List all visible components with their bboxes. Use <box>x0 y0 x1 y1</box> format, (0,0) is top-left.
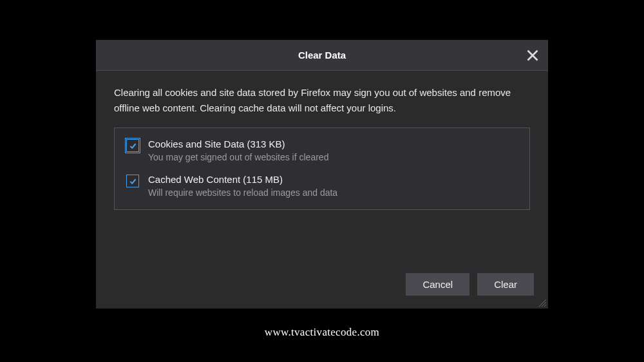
options-group: Cookies and Site Data (313 KB) You may g… <box>114 128 530 210</box>
option-cache-label: Cached Web Content (115 MB) <box>148 174 337 185</box>
dialog-footer: Cancel Clear <box>96 260 548 309</box>
option-cookies: Cookies and Site Data (313 KB) You may g… <box>126 138 518 162</box>
option-cache-text: Cached Web Content (115 MB) Will require… <box>148 174 337 198</box>
option-cache-desc: Will require websites to reload images a… <box>148 187 337 198</box>
option-cookies-text: Cookies and Site Data (313 KB) You may g… <box>148 138 328 162</box>
watermark-text: www.tvactivatecode.com <box>265 326 379 339</box>
dialog-description: Clearing all cookies and site data store… <box>114 85 530 116</box>
option-cookies-label: Cookies and Site Data (313 KB) <box>148 138 328 149</box>
clear-data-dialog: Clear Data Clearing all cookies and site… <box>96 40 548 309</box>
dialog-titlebar: Clear Data <box>96 40 548 71</box>
option-cache: Cached Web Content (115 MB) Will require… <box>126 174 518 198</box>
checkbox-cookies[interactable] <box>126 139 139 152</box>
clear-button[interactable]: Clear <box>477 273 534 296</box>
option-cookies-desc: You may get signed out of websites if cl… <box>148 152 328 162</box>
close-icon[interactable] <box>525 48 540 63</box>
cancel-button[interactable]: Cancel <box>406 273 469 296</box>
dialog-content: Clearing all cookies and site data store… <box>96 71 548 260</box>
dialog-title: Clear Data <box>298 50 346 61</box>
checkbox-cache[interactable] <box>126 175 139 187</box>
